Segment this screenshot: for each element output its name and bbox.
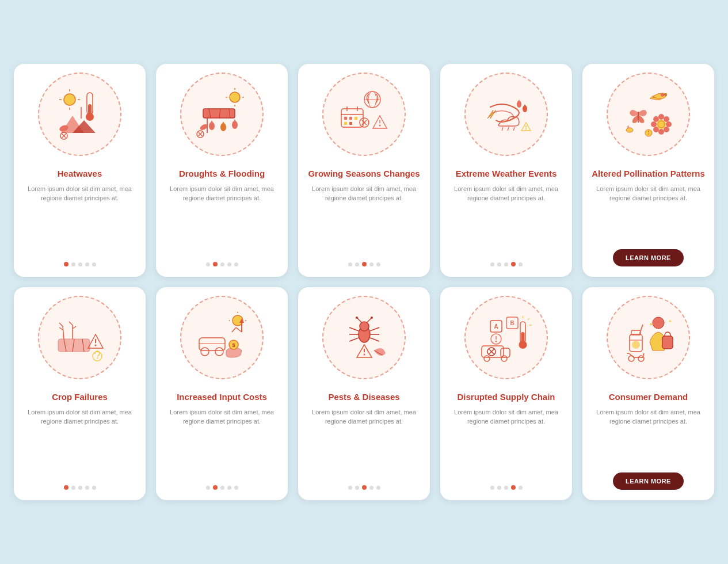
svg-line-110	[236, 327, 242, 332]
heatwaves-icon	[52, 87, 107, 142]
card-growing-seasons: Growing Seasons Changes Lorem ipsum dolo…	[298, 64, 430, 277]
dashed-circle: ✦ ✦	[607, 296, 690, 379]
svg-point-94	[95, 345, 97, 346]
dot-5	[376, 262, 380, 266]
svg-marker-57	[487, 110, 496, 119]
dashed-circle	[607, 73, 690, 156]
pollination-icon	[621, 87, 676, 142]
card-illustration	[298, 64, 430, 165]
card-illustration	[582, 64, 714, 165]
svg-point-0	[64, 94, 75, 105]
svg-point-74	[664, 127, 669, 132]
dot-1	[206, 262, 210, 266]
svg-point-75	[658, 121, 665, 128]
svg-text:$: $	[232, 342, 235, 348]
svg-point-71	[653, 116, 659, 122]
card-increased-input-costs: $ Increased Input Costs Lorem ipsum dolo…	[156, 287, 288, 500]
dot-3	[220, 262, 224, 266]
svg-point-104	[215, 348, 223, 356]
dot-4	[511, 262, 516, 266]
dot-3	[220, 486, 224, 490]
dashed-circle	[322, 296, 406, 379]
learn-more-button-1[interactable]: LEARN MORE	[613, 249, 684, 266]
card-disrupted-supply-chain: A B Disrupt	[440, 287, 572, 500]
svg-point-70	[666, 121, 672, 127]
dot-4	[227, 486, 231, 490]
svg-rect-149	[662, 336, 673, 349]
card-illustration	[14, 287, 146, 388]
svg-point-67	[658, 114, 664, 120]
dot-1	[64, 485, 68, 490]
svg-point-103	[201, 348, 209, 356]
card-droughts-flooding: Droughts & Flooding Lorem ipsum dolor si…	[156, 64, 288, 277]
dot-2	[355, 486, 359, 490]
card-illustration	[298, 287, 430, 388]
dashed-circle	[38, 73, 121, 156]
card-title: Disrupted Supply Chain	[457, 391, 555, 403]
svg-line-58	[502, 127, 503, 131]
dot-4	[511, 485, 516, 490]
dot-1	[490, 486, 494, 490]
svg-line-88	[59, 327, 63, 330]
dot-3	[78, 486, 82, 490]
dot-1	[206, 486, 210, 490]
pests-diseases-icon	[337, 310, 391, 365]
svg-point-72	[664, 116, 669, 122]
dot-5	[92, 486, 96, 490]
card-dots	[348, 257, 380, 266]
dashed-circle	[322, 73, 406, 156]
dashed-circle: A B	[464, 296, 548, 379]
svg-line-120	[349, 338, 359, 341]
dot-4	[85, 262, 89, 266]
card-body: Lorem ipsum dolor sit dim amet, mea regi…	[451, 407, 562, 426]
svg-point-79	[645, 129, 652, 136]
svg-text:✦: ✦	[649, 321, 653, 327]
svg-point-52	[379, 125, 381, 127]
dot-5	[234, 262, 238, 266]
card-title: Consumer Demand	[609, 391, 688, 403]
dot-5	[376, 486, 380, 490]
svg-line-114	[357, 318, 362, 323]
svg-text:B: B	[510, 320, 514, 326]
svg-point-115	[356, 317, 358, 319]
svg-rect-43	[349, 117, 352, 120]
dot-3	[78, 262, 82, 266]
card-extreme-weather: Extreme Weather Events Lorem ipsum dolor…	[440, 64, 572, 277]
card-illustration: A B	[440, 287, 572, 388]
dashed-circle	[464, 73, 548, 156]
dot-4	[369, 262, 373, 266]
svg-point-117	[371, 317, 373, 319]
svg-text:✦: ✦	[668, 319, 672, 324]
svg-line-132	[528, 318, 529, 320]
card-body: Lorem ipsum dolor sit dim amet, mea regi…	[593, 407, 704, 426]
dot-2	[355, 262, 359, 266]
svg-line-90	[69, 322, 73, 325]
dot-5	[234, 486, 238, 490]
svg-rect-46	[349, 122, 352, 125]
dashed-circle	[180, 73, 264, 156]
dot-3	[504, 486, 508, 490]
svg-line-116	[367, 318, 371, 323]
dot-5	[519, 486, 523, 490]
svg-rect-130	[521, 332, 525, 345]
card-dots	[206, 481, 238, 490]
consumer-demand-icon: ✦ ✦	[621, 310, 676, 365]
dot-4	[85, 486, 89, 490]
svg-point-144	[501, 356, 507, 361]
dot-2	[71, 262, 75, 266]
card-illustration: $	[156, 287, 288, 388]
svg-line-91	[73, 326, 76, 329]
svg-rect-45	[344, 122, 347, 125]
svg-rect-7	[88, 104, 92, 117]
svg-line-153	[639, 325, 643, 334]
cards-grid: Heatwaves Lorem ipsum dolor sit dim amet…	[14, 64, 714, 500]
card-body: Lorem ipsum dolor sit dim amet, mea regi…	[451, 184, 562, 203]
card-title: Crop Failures	[52, 391, 108, 403]
dot-1	[348, 486, 352, 490]
card-illustration	[14, 64, 146, 165]
learn-more-button-2[interactable]: LEARN MORE	[613, 472, 684, 490]
card-dots	[64, 257, 96, 266]
card-title: Increased Input Costs	[177, 391, 267, 403]
svg-point-140	[496, 341, 497, 342]
card-crop-failures: Crop Failures Lorem ipsum dolor sit dim …	[14, 287, 146, 500]
